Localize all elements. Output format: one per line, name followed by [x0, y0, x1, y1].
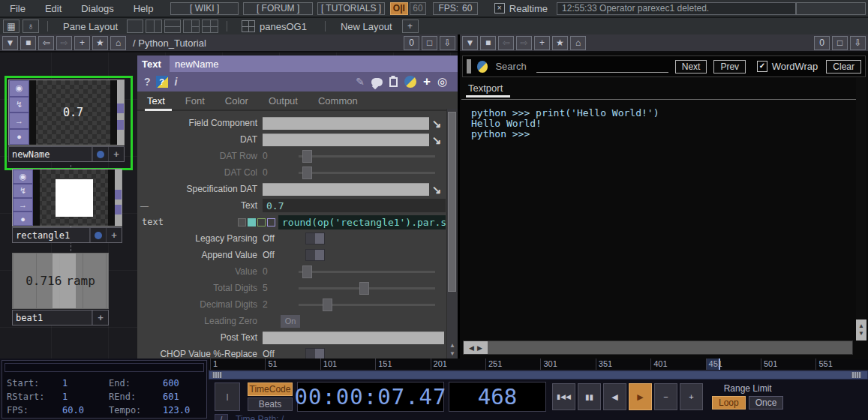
pencil-icon[interactable]: ✎	[356, 76, 365, 88]
toggle-switch[interactable]: On	[281, 315, 300, 328]
pane-home-button[interactable]: ⌂	[110, 36, 126, 50]
node-resize-strip[interactable]	[117, 80, 124, 145]
scroll-left-icon[interactable]: ◀	[469, 344, 474, 352]
layout-vsplit-button[interactable]	[146, 20, 162, 33]
slider-thumb[interactable]	[302, 150, 312, 163]
insert-mode-button[interactable]: I	[215, 382, 240, 411]
settings-collapsed-row[interactable]	[5, 363, 204, 372]
hscroll-arrows[interactable]: ◀ ▶	[464, 341, 488, 354]
param-value[interactable]: 0	[263, 266, 299, 277]
toggle-switch[interactable]	[305, 348, 325, 358]
forum-button[interactable]: [ FORUM ]	[243, 2, 313, 15]
node-viewer[interactable]	[33, 170, 115, 226]
node-name[interactable]: rectangle1	[13, 228, 90, 242]
slider-track[interactable]	[299, 172, 435, 174]
copy-parameters-icon[interactable]	[389, 77, 398, 87]
tutorials-button[interactable]: [ TUTORIALS ]	[317, 2, 385, 15]
param-value[interactable]: 5	[263, 283, 299, 293]
scroll-right-icon[interactable]: ▶	[477, 344, 482, 352]
node-name[interactable]: newName	[9, 147, 92, 161]
node-viewer[interactable]: 0.716 ramp	[13, 254, 108, 308]
param-field[interactable]	[263, 134, 429, 146]
param-field[interactable]	[263, 332, 444, 344]
beats-mode-button[interactable]: Beats	[248, 398, 293, 411]
slider-thumb[interactable]	[302, 166, 312, 179]
param-mode-sq3[interactable]	[257, 218, 266, 226]
render-flag[interactable]: ↯	[9, 97, 29, 113]
dat-picker-icon[interactable]: ↘	[432, 184, 442, 195]
textport-console[interactable]: python >>> print('Hello World!')Hello Wo…	[460, 100, 868, 140]
param-label[interactable]: Append Value	[137, 250, 263, 260]
pane-split-button[interactable]: ⇩	[440, 36, 455, 50]
param-mode-sq4[interactable]	[267, 218, 275, 226]
param-label[interactable]: DAT Row	[137, 151, 263, 161]
slider-thumb[interactable]	[359, 282, 369, 295]
menu-item-file[interactable]: File	[0, 3, 35, 14]
pane-split-button[interactable]: ⇩	[850, 36, 866, 50]
pane-depth-indicator[interactable]: 0	[814, 36, 830, 50]
textport-hscrollbar[interactable]: ◀ ▶	[463, 340, 853, 355]
step-back-button[interactable]: ◀	[603, 383, 626, 410]
pane-menu-button[interactable]: ▼	[2, 36, 18, 50]
param-mode-sq1[interactable]	[238, 218, 246, 226]
param-field[interactable]	[263, 117, 429, 130]
render-flag[interactable]: ↯	[13, 184, 33, 198]
viewer-flag[interactable]: ◉	[9, 80, 29, 97]
pane-bookmarks-button[interactable]: ★	[552, 36, 568, 50]
slider-track[interactable]	[299, 155, 435, 158]
toggle-value[interactable]: Off	[263, 250, 299, 260]
midi-oi-indicator[interactable]: O|I	[390, 2, 408, 15]
param-field[interactable]	[263, 183, 429, 196]
range-scrollbar[interactable]	[209, 370, 868, 380]
viewer-flag[interactable]: ◉	[13, 170, 33, 184]
param-value-field[interactable]: 0.7	[263, 199, 446, 212]
node-flag-cell[interactable]: +	[106, 228, 122, 242]
node-resize-strip[interactable]	[115, 170, 122, 226]
layout-grid-button[interactable]	[202, 20, 218, 33]
dat-picker-icon[interactable]: ↘	[432, 134, 442, 146]
range-start-handle[interactable]	[212, 372, 222, 378]
param-label[interactable]: text	[137, 217, 238, 227]
frame-plus-button[interactable]: +	[680, 383, 703, 410]
pane-bookmarks-button[interactable]: ★	[92, 36, 108, 50]
parameter-scrollbar[interactable]: ▲ ▼	[446, 109, 458, 358]
snapshot-button[interactable]: ▦	[3, 20, 20, 33]
realtime-toggle[interactable]: × Realtime	[494, 3, 548, 14]
realtime-checkbox[interactable]: ×	[494, 3, 505, 14]
layout-single-button[interactable]	[127, 20, 143, 33]
param-value[interactable]: 2	[263, 299, 299, 310]
python-icon[interactable]	[404, 76, 416, 88]
pane-forward-button[interactable]: ⇨	[516, 36, 532, 50]
drag-handle[interactable]	[467, 59, 471, 74]
node-flag-cell[interactable]: +	[92, 310, 108, 325]
param-value[interactable]: 0	[263, 151, 299, 161]
scroll-up-icon[interactable]: ▲	[858, 322, 864, 330]
scrollbar-thumb[interactable]	[448, 112, 456, 292]
pause-button[interactable]: ▮▮	[578, 383, 601, 410]
layout-hsplit-button[interactable]	[164, 20, 181, 33]
param-label[interactable]: Total Digits	[137, 283, 263, 293]
param-label[interactable]: Decimal Digits	[137, 299, 263, 310]
output-connector[interactable]	[115, 205, 122, 214]
toggle-switch[interactable]	[305, 232, 325, 244]
layout-three-pane-button[interactable]	[183, 20, 200, 33]
search-input[interactable]	[536, 61, 668, 73]
new-layout-add-button[interactable]: +	[402, 20, 419, 33]
network-path[interactable]: / Python_Tutorial	[133, 38, 206, 49]
tab-common[interactable]: Common	[318, 95, 358, 106]
output-connector[interactable]	[117, 104, 124, 113]
scroll-up-icon[interactable]: ▲	[447, 342, 458, 350]
tab-color[interactable]: Color	[225, 95, 248, 106]
node-viewer[interactable]: 0.7	[29, 80, 117, 145]
node-rectangle1[interactable]: ◉ ↯ → ● rectangle1 +	[12, 169, 122, 243]
scroll-down-icon[interactable]: ▼	[447, 350, 458, 358]
pane-forward-button[interactable]: ⇨	[56, 36, 72, 50]
wordwrap-checkbox[interactable]: ✓	[757, 61, 767, 72]
anchor-button[interactable]: ♁	[23, 20, 39, 33]
pane-home-button[interactable]: ⌂	[570, 36, 586, 50]
pane-stop-button[interactable]: ■	[20, 36, 36, 50]
pane-stop-button[interactable]: ■	[480, 36, 496, 50]
node-color-cell[interactable]	[90, 228, 106, 242]
once-button[interactable]: Once	[749, 396, 784, 410]
pane-maximize-button[interactable]: □	[422, 36, 437, 50]
